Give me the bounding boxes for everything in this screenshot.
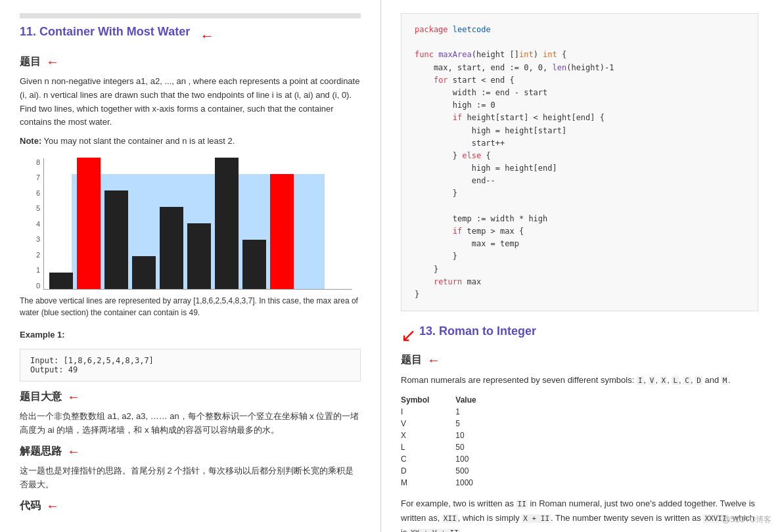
arrow-題目: ← bbox=[46, 55, 59, 70]
code-line-10: } else { bbox=[415, 150, 744, 162]
bar-3 bbox=[104, 190, 128, 289]
problem-11-title[interactable]: 11. Container With Most Water bbox=[20, 25, 190, 39]
example-label: Example 1: bbox=[20, 328, 361, 342]
arrow-right-1: ← bbox=[200, 28, 214, 45]
problem-13-title[interactable]: 13. Roman to Integer bbox=[419, 324, 536, 338]
code-line-11: high = height[end] bbox=[415, 162, 744, 175]
right-panel: package leetcode func maxArea(height []i… bbox=[381, 0, 778, 532]
arrow-解题思路: ← bbox=[67, 444, 80, 459]
code-line-9: start++ bbox=[415, 137, 744, 150]
roman-table: Symbol Value I1V5X10L50C100D500M1000 bbox=[401, 394, 503, 489]
arrow-题目大意: ← bbox=[67, 389, 80, 405]
section-header-题目: 题目 ← bbox=[20, 55, 361, 70]
example-output: Output: 49 bbox=[30, 365, 350, 374]
code-line-1: package leetcode bbox=[415, 24, 744, 36]
section-header-题目大意: 题目大意 ← bbox=[20, 389, 361, 405]
table-row: M1000 bbox=[401, 477, 503, 489]
code-line-7: if height[start] < height[end] { bbox=[415, 112, 744, 124]
code-line-12: end-- bbox=[415, 175, 744, 187]
code-line-17: } bbox=[415, 250, 744, 263]
section-header-解题思路: 解题思路 ← bbox=[20, 444, 361, 459]
table-row: I1 bbox=[401, 406, 503, 418]
left-panel: 11. Container With Most Water ← 题目 ← Giv… bbox=[0, 0, 381, 532]
arrow-problem13: ↙ bbox=[401, 324, 416, 346]
roman-example-text: For example, two is written as II in Rom… bbox=[401, 497, 758, 532]
code-line-5: width := end - start bbox=[415, 87, 744, 99]
table-row: V5 bbox=[401, 418, 503, 430]
table-row: D500 bbox=[401, 465, 503, 477]
code-line-15: if temp > max { bbox=[415, 225, 744, 238]
top-bar bbox=[20, 13, 361, 18]
section-header-代码: 代码 ← bbox=[20, 499, 361, 514]
bar-2-red bbox=[77, 158, 101, 289]
roman-description: Roman numerals are represented by seven … bbox=[401, 373, 758, 388]
code-line-16: max = temp bbox=[415, 238, 744, 250]
code-line-4: for start < end { bbox=[415, 74, 744, 87]
bar-1 bbox=[49, 273, 73, 289]
code-line-6: high := 0 bbox=[415, 99, 744, 112]
problem-description: Given n non-negative integers a1, a2, ..… bbox=[20, 75, 361, 129]
bar-4 bbox=[132, 256, 156, 289]
bar-8 bbox=[242, 240, 266, 289]
bar-7 bbox=[215, 158, 239, 289]
bar-6 bbox=[187, 223, 211, 289]
section-header-roman-题目: 题目 ← bbox=[401, 353, 758, 368]
bar-chart-container: 0 1 2 3 4 5 6 7 8 bbox=[20, 158, 361, 319]
code-line-blank-1 bbox=[415, 36, 744, 49]
col-value: Value bbox=[455, 394, 502, 406]
code-line-3: max, start, end := 0, 0, len(height)-1 bbox=[415, 62, 744, 74]
bar-5 bbox=[160, 207, 183, 289]
code-line-blank-2 bbox=[415, 200, 744, 213]
code-line-18: } bbox=[415, 263, 744, 276]
code-line-13: } bbox=[415, 187, 744, 200]
note-text: Note: You may not slant the container an… bbox=[20, 135, 361, 148]
table-row: C100 bbox=[401, 453, 503, 465]
bar-9-red bbox=[270, 174, 294, 289]
watermark: @51CTO博客 bbox=[722, 514, 771, 525]
summary-text: 给出一个非负整数数组 a1, a2, a3, …… an，每个整数标识一个竖立在… bbox=[20, 410, 361, 437]
arrow-roman-题目: ← bbox=[427, 353, 440, 368]
arrow-代码: ← bbox=[46, 499, 59, 514]
example-box: Input: [1,8,6,2,5,4,8,3,7] Output: 49 bbox=[20, 349, 361, 382]
approach-text: 这一题也是对撞指针的思路。首尾分别 2 个指针，每次移动以后都分别判断长宽的乘积… bbox=[20, 464, 361, 492]
col-symbol: Symbol bbox=[401, 394, 455, 406]
example-input: Input: [1,8,6,2,5,4,8,3,7] bbox=[30, 356, 350, 365]
table-row: L50 bbox=[401, 441, 503, 453]
table-row: X10 bbox=[401, 430, 503, 441]
code-block: package leetcode func maxArea(height []i… bbox=[401, 13, 758, 311]
code-line-8: high = height[start] bbox=[415, 125, 744, 137]
code-line-19: return max bbox=[415, 276, 744, 288]
code-line-20: } bbox=[415, 288, 744, 301]
code-line-2: func maxArea(height []int) int { bbox=[415, 49, 744, 61]
code-line-14: temp := width * high bbox=[415, 213, 744, 225]
chart-caption: The above vertical lines are represented… bbox=[20, 295, 361, 319]
chart-wrapper: 0 1 2 3 4 5 6 7 8 bbox=[36, 158, 361, 290]
